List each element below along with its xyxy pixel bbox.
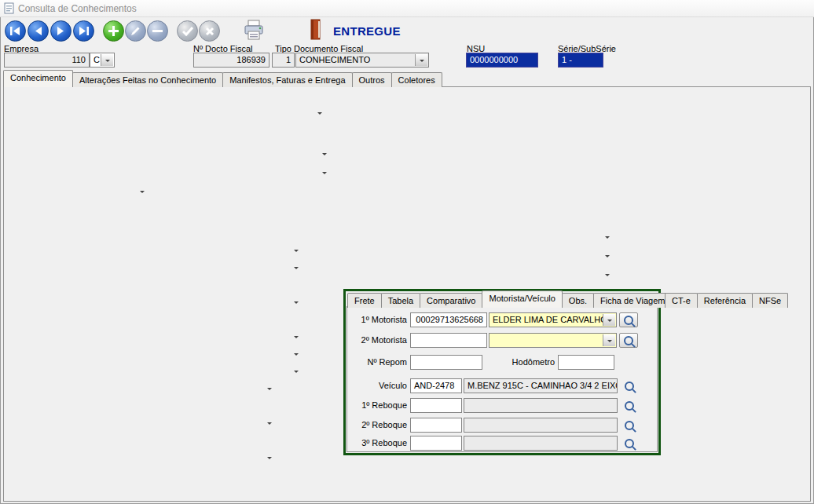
motorista2-label: 2º Motorista xyxy=(349,335,407,345)
search-icon xyxy=(625,382,634,391)
tab-manifestos[interactable]: Manifestos, Faturas e Entrega xyxy=(222,72,352,87)
search-icon xyxy=(625,439,634,448)
subtab-frete[interactable]: Frete xyxy=(347,293,382,308)
reboque2-code-field[interactable] xyxy=(410,418,462,433)
hodometro-label: Hodômetro xyxy=(500,357,555,367)
nsu-field[interactable]: 0000000000 xyxy=(466,53,538,68)
x-icon xyxy=(205,27,214,36)
subtab-cte[interactable]: CT-e xyxy=(665,293,698,308)
next-icon xyxy=(57,27,65,35)
reboque3-search-icon[interactable] xyxy=(622,436,636,451)
repom-label: Nº Repom xyxy=(349,357,407,367)
print-button[interactable] xyxy=(242,20,266,42)
reboque3-label: 3º Reboque xyxy=(349,438,407,448)
subtab-obs[interactable]: Obs. xyxy=(562,293,594,308)
subtab-ficha-viagem[interactable]: Ficha de Viagem xyxy=(593,293,672,308)
add-button[interactable] xyxy=(103,20,124,42)
subtab-referencia[interactable]: Referência xyxy=(697,293,753,308)
previous-icon xyxy=(34,27,42,35)
repom-field[interactable] xyxy=(410,355,482,370)
app-window: Consulta de Conhecimentos ENTREGUE Empre… xyxy=(0,0,814,504)
motorista1-combo[interactable]: ELDER LIMA DE CARVALHO xyxy=(489,312,617,327)
veiculo-name-field: M.BENZ 915C - CAMINHAO 3/4 2 EIXOS xyxy=(464,378,618,393)
empresa-header-combo[interactable]: C xyxy=(90,53,115,68)
title-bar: Consulta de Conhecimentos xyxy=(0,0,814,17)
exit-button[interactable] xyxy=(310,19,322,42)
subtab-nfse[interactable]: NFSe xyxy=(752,293,788,308)
veiculo-search-icon[interactable] xyxy=(622,379,636,393)
reboque1-label: 1º Reboque xyxy=(349,400,407,411)
veiculo-code-field[interactable]: AND-2478 xyxy=(410,378,462,393)
tab-coletores[interactable]: Coletores xyxy=(391,72,442,87)
printer-icon xyxy=(242,20,266,41)
confirm-button[interactable] xyxy=(177,20,198,42)
tipo-documento-code-field: 1 xyxy=(272,53,295,68)
motorista2-search-button[interactable] xyxy=(619,333,638,348)
subtab-tabela[interactable]: Tabela xyxy=(381,293,420,308)
next-record-button[interactable] xyxy=(50,20,72,42)
search-icon xyxy=(624,316,633,325)
reboque3-code-field[interactable] xyxy=(410,436,462,451)
last-icon xyxy=(79,27,89,35)
status-badge: ENTREGUE xyxy=(333,24,401,38)
reboque2-search-icon[interactable] xyxy=(622,418,636,433)
reboque2-name-field xyxy=(464,418,618,433)
empresa-header-field: 110 xyxy=(4,53,90,68)
serie-field[interactable]: 1 - xyxy=(558,53,603,68)
window-icon xyxy=(4,2,15,16)
window-title: Consulta de Conhecimentos xyxy=(18,3,137,14)
plus-icon xyxy=(108,26,119,36)
search-icon xyxy=(624,336,633,345)
hodometro-field[interactable] xyxy=(558,355,614,370)
first-icon xyxy=(10,27,20,35)
reboque1-search-icon[interactable] xyxy=(622,399,636,413)
search-icon xyxy=(625,401,634,411)
motorista1-label: 1º Motorista xyxy=(349,315,407,325)
pencil-icon xyxy=(130,26,141,36)
motorista2-code-field[interactable] xyxy=(410,333,487,348)
motorista1-search-button[interactable] xyxy=(619,312,638,327)
last-record-button[interactable] xyxy=(73,20,94,42)
tipo-documento-combo[interactable]: CONHECIMENTO xyxy=(295,53,429,68)
subtab-motorista-veiculo[interactable]: Motorista/Veículo xyxy=(482,290,562,308)
motorista2-combo[interactable] xyxy=(489,333,617,348)
book-icon xyxy=(310,19,322,40)
veiculo-label: Veículo xyxy=(349,381,407,391)
search-icon xyxy=(625,421,634,430)
subtab-comparativo[interactable]: Comparativo xyxy=(420,293,482,308)
reboque1-code-field[interactable] xyxy=(410,398,462,413)
delete-button[interactable] xyxy=(147,20,168,42)
previous-record-button[interactable] xyxy=(28,20,49,42)
tab-alteracoes[interactable]: Alterações Feitas no Conhecimento xyxy=(72,72,223,87)
reboque2-label: 2º Reboque xyxy=(349,420,407,430)
tab-outros[interactable]: Outros xyxy=(352,72,392,87)
reboque3-name-field xyxy=(464,436,618,451)
docto-fiscal-field: 186939 xyxy=(193,53,270,68)
tab-conhecimento[interactable]: Conhecimento xyxy=(3,70,73,87)
minus-icon xyxy=(152,26,163,36)
cancel-button[interactable] xyxy=(199,20,220,42)
check-icon xyxy=(182,27,193,36)
edit-button[interactable] xyxy=(125,20,146,42)
first-record-button[interactable] xyxy=(5,20,26,42)
motorista1-code-field[interactable]: 00029713625668 xyxy=(410,312,487,327)
reboque1-name-field xyxy=(464,398,618,413)
